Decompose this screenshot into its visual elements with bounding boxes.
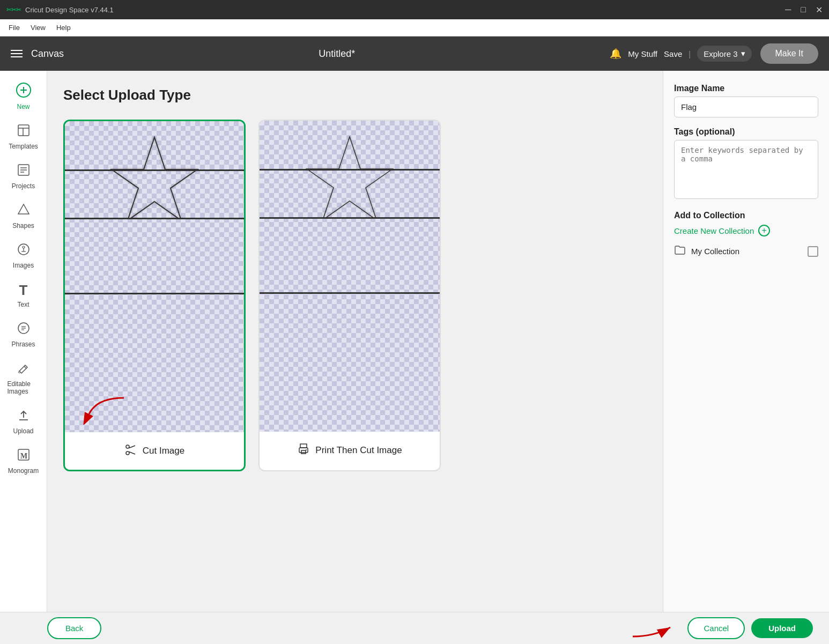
svg-line-27 bbox=[129, 446, 135, 448]
svg-marker-30 bbox=[307, 137, 393, 217]
add-to-collection-section: Add to Collection Create New Collection … bbox=[674, 211, 818, 258]
collection-item-my-collection: My Collection bbox=[674, 244, 818, 258]
cut-image-card[interactable]: Cut Image bbox=[63, 120, 246, 471]
svg-point-26 bbox=[126, 451, 129, 455]
text-icon: T bbox=[19, 282, 28, 299]
shapes-icon bbox=[17, 203, 31, 220]
svg-marker-10 bbox=[18, 204, 29, 214]
hamburger-menu[interactable] bbox=[11, 50, 23, 57]
sidebar-item-projects[interactable]: Projects bbox=[3, 158, 44, 195]
add-collection-label: Add to Collection bbox=[674, 211, 818, 220]
templates-icon bbox=[17, 123, 31, 140]
view-menu[interactable]: View bbox=[31, 24, 46, 32]
tags-section: Tags (optional) bbox=[674, 127, 818, 201]
sidebar-item-upload[interactable]: Upload bbox=[3, 403, 44, 440]
header-left: Canvas bbox=[11, 48, 64, 60]
upload-button[interactable]: Upload bbox=[751, 618, 813, 638]
machine-selector[interactable]: Explore 3 ▾ bbox=[697, 46, 751, 62]
make-it-button[interactable]: Make It bbox=[760, 43, 818, 64]
collection-checkbox[interactable] bbox=[808, 246, 818, 257]
title-bar-left: ✂✂✂ Cricut Design Space v7.44.1 bbox=[6, 6, 114, 14]
printer-icon bbox=[297, 443, 310, 458]
my-stuff-link[interactable]: My Stuff bbox=[628, 49, 657, 58]
monogram-icon: M bbox=[17, 448, 31, 465]
sidebar-item-new[interactable]: New bbox=[3, 77, 44, 116]
sidebar-item-images-label: Images bbox=[13, 262, 34, 269]
sidebar-item-shapes[interactable]: Shapes bbox=[3, 197, 44, 235]
folder-icon bbox=[674, 244, 686, 258]
create-collection-label: Create New Collection bbox=[674, 226, 754, 235]
arrow-indicator bbox=[81, 393, 135, 427]
create-collection-plus-icon: + bbox=[758, 225, 770, 236]
svg-line-28 bbox=[129, 451, 135, 454]
tags-textarea[interactable] bbox=[674, 140, 818, 199]
print-then-cut-footer: Print Then Cut Image bbox=[260, 432, 440, 469]
header: Canvas Untitled* 🔔 My Stuff Save | Explo… bbox=[0, 36, 829, 71]
document-title: Untitled* bbox=[319, 48, 355, 60]
back-button[interactable]: Back bbox=[47, 617, 101, 639]
sidebar-item-editable-images[interactable]: Editable Images bbox=[3, 356, 44, 401]
print-then-cut-preview bbox=[260, 121, 440, 432]
sidebar-item-phrases[interactable]: Phrases bbox=[3, 316, 44, 353]
collection-name: My Collection bbox=[691, 247, 739, 256]
svg-rect-3 bbox=[18, 125, 29, 136]
sidebar-item-phrases-label: Phrases bbox=[11, 340, 35, 348]
image-name-section: Image Name bbox=[674, 84, 818, 117]
save-button[interactable]: Save bbox=[664, 49, 682, 58]
sidebar-item-images[interactable]: Images bbox=[3, 237, 44, 275]
phrases-icon bbox=[17, 321, 31, 338]
cut-image-footer: Cut Image bbox=[65, 432, 244, 470]
maximize-button[interactable]: □ bbox=[801, 5, 806, 15]
sidebar-item-text[interactable]: T Text bbox=[3, 277, 44, 314]
close-button[interactable]: ✕ bbox=[816, 5, 823, 15]
app-title: Cricut Design Space v7.44.1 bbox=[25, 6, 114, 14]
svg-rect-33 bbox=[301, 450, 306, 454]
print-then-cut-label: Print Then Cut Image bbox=[315, 445, 402, 456]
editable-images-icon bbox=[17, 361, 31, 378]
header-actions: 🔔 My Stuff Save | Explore 3 ▾ bbox=[610, 46, 751, 62]
sidebar-item-upload-label: Upload bbox=[13, 427, 33, 435]
header-divider: | bbox=[689, 49, 691, 58]
page-title: Select Upload Type bbox=[63, 87, 647, 103]
canvas-label: Canvas bbox=[31, 48, 64, 60]
cut-image-label: Cut Image bbox=[143, 446, 184, 456]
sidebar-item-new-label: New bbox=[17, 103, 29, 110]
svg-marker-24 bbox=[112, 137, 197, 218]
sidebar-item-projects-label: Projects bbox=[12, 182, 35, 190]
help-menu[interactable]: Help bbox=[56, 24, 71, 32]
chevron-down-icon: ▾ bbox=[741, 49, 745, 58]
sidebar-item-shapes-label: Shapes bbox=[12, 222, 34, 230]
projects-icon bbox=[17, 163, 31, 180]
notification-bell-icon[interactable]: 🔔 bbox=[610, 48, 621, 60]
tags-label: Tags (optional) bbox=[674, 127, 818, 137]
sidebar: New Templates Projects Shapes Images bbox=[0, 71, 47, 612]
sidebar-item-text-label: Text bbox=[17, 301, 29, 308]
image-name-input[interactable] bbox=[674, 97, 818, 117]
menu-bar: File View Help bbox=[0, 19, 829, 36]
content-area: Select Upload Type bbox=[47, 71, 663, 612]
svg-point-12 bbox=[23, 246, 25, 248]
create-new-collection-button[interactable]: Create New Collection + bbox=[674, 225, 818, 236]
minimize-button[interactable]: ─ bbox=[785, 5, 791, 15]
cancel-button[interactable]: Cancel bbox=[687, 617, 745, 639]
file-menu[interactable]: File bbox=[9, 24, 20, 32]
image-name-label: Image Name bbox=[674, 84, 818, 93]
images-icon bbox=[17, 242, 31, 260]
right-panel: Image Name Tags (optional) Add to Collec… bbox=[663, 71, 829, 612]
upload-cards: Cut Image bbox=[63, 120, 647, 471]
sidebar-item-editable-images-label: Editable Images bbox=[8, 380, 40, 395]
title-bar: ✂✂✂ Cricut Design Space v7.44.1 ─ □ ✕ bbox=[0, 0, 829, 19]
print-then-cut-card[interactable]: Print Then Cut Image bbox=[258, 120, 441, 471]
cricut-logo: ✂✂✂ bbox=[6, 6, 21, 13]
svg-text:M: M bbox=[20, 452, 27, 460]
sidebar-item-templates[interactable]: Templates bbox=[3, 118, 44, 156]
plus-icon bbox=[16, 83, 31, 101]
svg-line-19 bbox=[24, 366, 26, 368]
sidebar-item-templates-label: Templates bbox=[9, 143, 38, 150]
bottom-bar: Back Cancel Upload bbox=[0, 612, 829, 644]
sidebar-item-monogram[interactable]: M Monogram bbox=[3, 442, 44, 480]
title-bar-controls: ─ □ ✕ bbox=[785, 5, 823, 15]
cut-image-preview bbox=[65, 121, 244, 432]
upload-icon bbox=[17, 408, 31, 425]
svg-point-25 bbox=[126, 445, 129, 448]
